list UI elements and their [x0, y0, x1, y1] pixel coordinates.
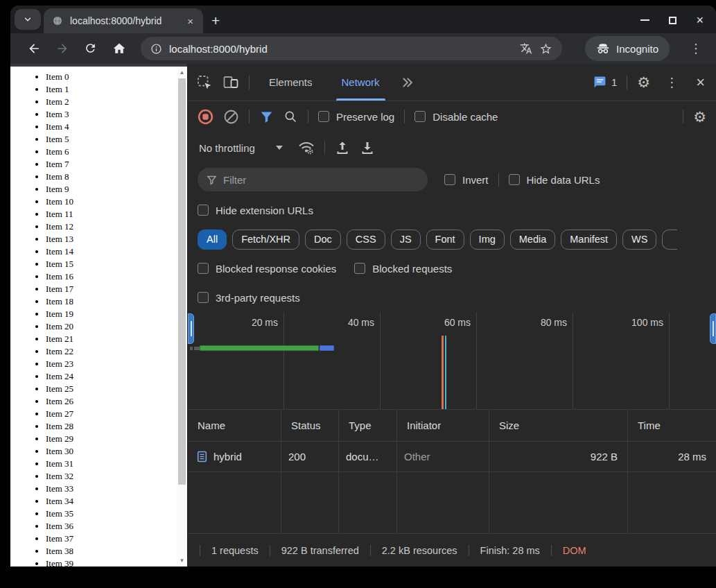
checkbox-icon[interactable] [198, 205, 209, 216]
list-item: Item 22 [46, 345, 187, 358]
filter-funnel-icon[interactable] [259, 110, 274, 124]
export-har-icon[interactable] [360, 140, 375, 155]
filter-input[interactable] [223, 174, 390, 186]
reload-icon[interactable] [84, 42, 98, 55]
filter-type-pill[interactable]: Manifest [561, 230, 617, 250]
tab-network[interactable]: Network [332, 64, 390, 101]
scrollbar-down-icon[interactable]: ▼ [177, 555, 187, 567]
scrollbar-thumb[interactable] [178, 78, 186, 485]
record-icon[interactable] [198, 109, 213, 125]
checkbox-icon[interactable] [414, 111, 426, 122]
devtools-close-icon[interactable]: × [693, 75, 708, 90]
new-tab-button[interactable]: + [211, 13, 220, 28]
filter-type-pill[interactable]: Img [470, 230, 505, 250]
info-icon[interactable] [150, 43, 162, 55]
list-item: Item 10 [46, 196, 187, 208]
checkbox-icon[interactable] [354, 263, 365, 274]
network-overview-timeline[interactable]: 20 ms40 ms60 ms80 ms100 ms [188, 312, 716, 410]
devtools-menu-kebab-icon[interactable]: ⋮ [660, 76, 683, 89]
list-item: Item 31 [46, 458, 187, 470]
list-item: Item 21 [46, 333, 187, 345]
divider [249, 76, 250, 89]
page-scrollbar[interactable]: ▲ ▼ [177, 67, 187, 567]
tab-close-icon[interactable]: × [184, 15, 196, 28]
statusbar-item: DOM [551, 545, 597, 556]
network-settings-gear-icon[interactable]: ⚙ [693, 110, 706, 124]
blocked-response-cookies-checkbox[interactable]: Blocked response cookies [198, 263, 336, 275]
url-field[interactable]: localhost:8000/hybrid [141, 37, 562, 60]
filter-type-pill[interactable]: WS [622, 230, 656, 250]
disable-cache-checkbox[interactable]: Disable cache [414, 111, 498, 123]
device-toolbar-icon[interactable] [222, 74, 239, 91]
request-initiator-cell[interactable]: Other [397, 442, 489, 472]
import-har-icon[interactable] [335, 140, 350, 155]
request-name-cell[interactable]: hybrid [188, 442, 281, 472]
filter-type-pill[interactable]: CSS [347, 230, 385, 250]
filter-type-pill[interactable]: Doc [305, 230, 341, 250]
checkbox-icon[interactable] [444, 174, 455, 185]
forward-icon[interactable] [55, 42, 69, 55]
network-conditions-icon[interactable] [298, 139, 315, 156]
divider [404, 110, 405, 123]
column-header[interactable]: Type [339, 410, 397, 441]
filter-type-pill[interactable]: Media [510, 230, 556, 250]
address-bar: localhost:8000/hybrid Incognito ⋮ [10, 33, 716, 64]
list-item: Item 24 [46, 370, 187, 383]
column-header[interactable]: Status [281, 410, 339, 441]
back-icon[interactable] [27, 42, 41, 55]
tab-elements[interactable]: Elements [259, 64, 322, 101]
throttling-dropdown[interactable]: No throttling [198, 142, 283, 154]
maximize-icon[interactable] [669, 17, 676, 24]
list-item: Item 4 [46, 121, 187, 133]
list-item: Item 5 [46, 133, 187, 146]
third-party-requests-checkbox[interactable]: 3rd-party requests [198, 292, 300, 304]
list-item: Item 12 [46, 220, 187, 233]
search-icon[interactable] [283, 110, 298, 124]
translate-icon[interactable] [520, 42, 532, 55]
issues-indicator[interactable]: 1 [593, 76, 617, 89]
column-header[interactable]: Name [188, 410, 281, 441]
timeline-right-handle[interactable] [710, 313, 716, 344]
column-header[interactable]: Time [628, 410, 716, 441]
hide-extension-urls-checkbox[interactable]: Hide extension URLs [198, 205, 313, 216]
request-row[interactable]: hybrid 200 docu… Other 922 B 28 ms [188, 442, 716, 472]
tab-search-button[interactable] [15, 9, 41, 30]
scrollbar-up-icon[interactable]: ▲ [177, 67, 187, 78]
hide-data-urls-checkbox[interactable]: Hide data URLs [509, 174, 600, 186]
third-party-label: 3rd-party requests [216, 292, 300, 304]
minimize-icon[interactable] [640, 19, 649, 21]
devtools-settings-gear-icon[interactable]: ⚙ [637, 75, 650, 89]
invert-checkbox[interactable]: Invert [444, 174, 489, 186]
list-item: Item 16 [46, 270, 187, 283]
more-tabs-icon[interactable] [399, 75, 414, 90]
filter-type-pill-partial[interactable] [662, 230, 677, 250]
column-header[interactable]: Size [489, 410, 628, 441]
checkbox-icon[interactable] [198, 263, 209, 274]
type-filter-row: AllFetch/XHRDocCSSJSFontImgMediaManifest… [188, 225, 716, 254]
waterfall-waiting-bar [200, 345, 319, 351]
column-header[interactable]: Initiator [397, 410, 489, 441]
filter-type-pill[interactable]: Fetch/XHR [232, 230, 299, 250]
inspect-icon[interactable] [196, 74, 213, 91]
filter-type-pill[interactable]: All [198, 230, 227, 250]
devtools-tabbar: Elements Network 1 ⚙ ⋮ × [188, 64, 716, 101]
request-size-cell: 922 B [489, 442, 628, 472]
timeline-left-handle[interactable] [188, 313, 194, 344]
checkbox-icon[interactable] [198, 292, 209, 303]
home-icon[interactable] [112, 42, 126, 55]
preserve-log-checkbox[interactable]: Preserve log [318, 111, 394, 123]
window-close-icon[interactable]: × [696, 14, 704, 26]
browser-menu-kebab-icon[interactable]: ⋮ [684, 42, 708, 55]
statusbar-item: 1 requests [200, 545, 270, 556]
browser-tab[interactable]: localhost:8000/hybrid × [44, 8, 203, 33]
list-item: Item 2 [46, 96, 187, 108]
checkbox-icon[interactable] [509, 174, 520, 185]
filter-type-pill[interactable]: Font [426, 230, 464, 250]
waterfall-queue-dot [190, 347, 193, 350]
filter-type-pill[interactable]: JS [391, 230, 421, 250]
clear-icon[interactable] [223, 109, 239, 125]
blocked-requests-checkbox[interactable]: Blocked requests [354, 263, 452, 275]
bookmark-star-icon[interactable] [539, 42, 552, 55]
filter-input-wrap[interactable] [198, 168, 428, 191]
checkbox-icon[interactable] [318, 111, 329, 122]
